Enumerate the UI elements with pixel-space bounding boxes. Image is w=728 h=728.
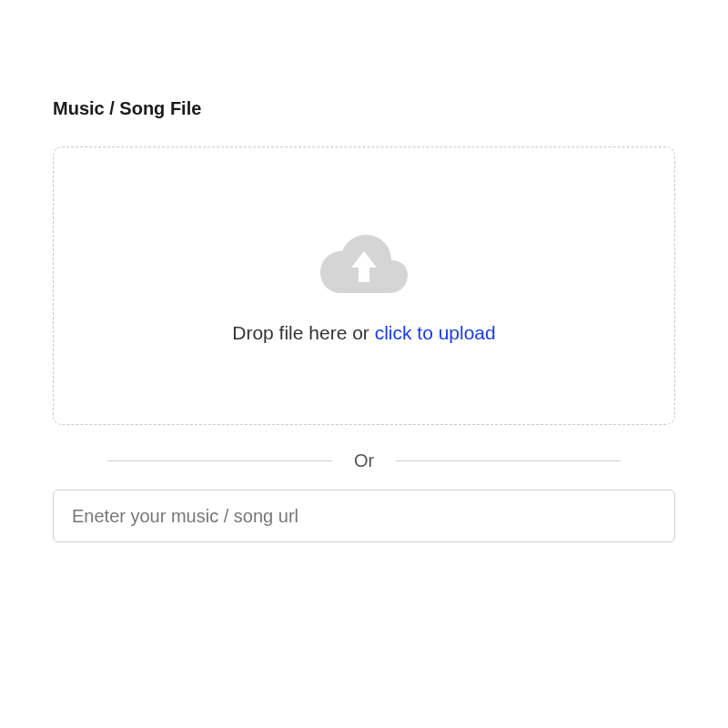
divider-line-left (107, 460, 332, 461)
section-title: Music / Song File (53, 98, 675, 119)
divider-line-right (396, 460, 621, 461)
dropzone-text-prefix: Drop file here or (232, 322, 374, 343)
music-url-input[interactable] (53, 490, 675, 542)
file-dropzone[interactable]: Drop file here or click to upload (53, 147, 675, 425)
divider: Or (53, 450, 675, 471)
dropzone-label: Drop file here or click to upload (232, 322, 495, 344)
music-file-section: Music / Song File Drop file here or clic… (53, 98, 675, 542)
cloud-upload-icon (318, 228, 410, 300)
divider-label: Or (332, 450, 396, 471)
upload-link[interactable]: click to upload (375, 322, 496, 343)
